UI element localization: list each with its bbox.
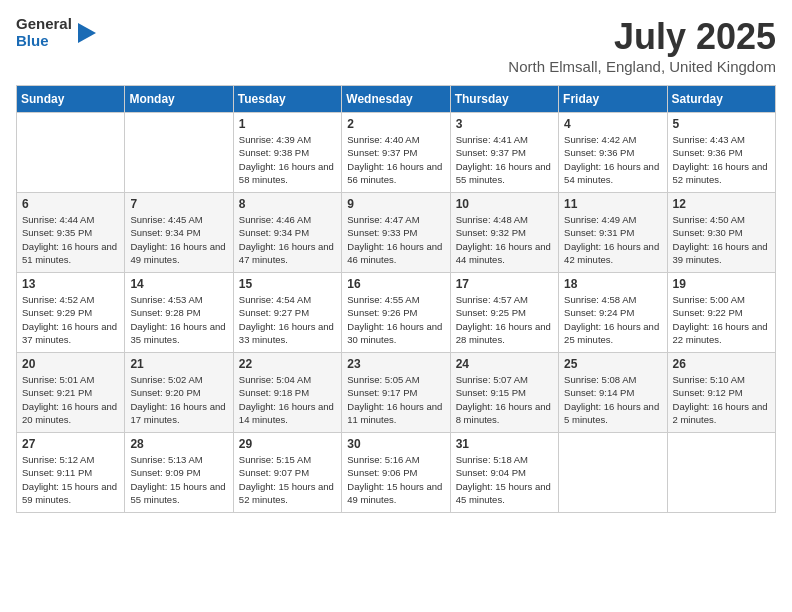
day-info: Sunrise: 5:07 AMSunset: 9:15 PMDaylight:… (456, 373, 553, 426)
calendar-cell: 27Sunrise: 5:12 AMSunset: 9:11 PMDayligh… (17, 433, 125, 513)
calendar-cell: 25Sunrise: 5:08 AMSunset: 9:14 PMDayligh… (559, 353, 667, 433)
day-number: 27 (22, 437, 119, 451)
day-info: Sunrise: 5:13 AMSunset: 9:09 PMDaylight:… (130, 453, 227, 506)
day-info: Sunrise: 4:57 AMSunset: 9:25 PMDaylight:… (456, 293, 553, 346)
day-number: 7 (130, 197, 227, 211)
day-info: Sunrise: 5:00 AMSunset: 9:22 PMDaylight:… (673, 293, 770, 346)
day-info: Sunrise: 4:41 AMSunset: 9:37 PMDaylight:… (456, 133, 553, 186)
calendar-week-row: 1Sunrise: 4:39 AMSunset: 9:38 PMDaylight… (17, 113, 776, 193)
calendar-table: SundayMondayTuesdayWednesdayThursdayFrid… (16, 85, 776, 513)
calendar-cell (125, 113, 233, 193)
calendar-header-row: SundayMondayTuesdayWednesdayThursdayFrid… (17, 86, 776, 113)
day-of-week-header: Wednesday (342, 86, 450, 113)
calendar-cell: 16Sunrise: 4:55 AMSunset: 9:26 PMDayligh… (342, 273, 450, 353)
calendar-cell (559, 433, 667, 513)
day-info: Sunrise: 4:48 AMSunset: 9:32 PMDaylight:… (456, 213, 553, 266)
day-info: Sunrise: 4:58 AMSunset: 9:24 PMDaylight:… (564, 293, 661, 346)
page-header: General Blue July 2025 North Elmsall, En… (16, 16, 776, 75)
day-number: 9 (347, 197, 444, 211)
calendar-cell: 19Sunrise: 5:00 AMSunset: 9:22 PMDayligh… (667, 273, 775, 353)
day-info: Sunrise: 5:16 AMSunset: 9:06 PMDaylight:… (347, 453, 444, 506)
calendar-cell: 2Sunrise: 4:40 AMSunset: 9:37 PMDaylight… (342, 113, 450, 193)
day-info: Sunrise: 5:12 AMSunset: 9:11 PMDaylight:… (22, 453, 119, 506)
day-number: 8 (239, 197, 336, 211)
location: North Elmsall, England, United Kingdom (508, 58, 776, 75)
day-number: 16 (347, 277, 444, 291)
calendar-week-row: 13Sunrise: 4:52 AMSunset: 9:29 PMDayligh… (17, 273, 776, 353)
day-info: Sunrise: 4:42 AMSunset: 9:36 PMDaylight:… (564, 133, 661, 186)
day-info: Sunrise: 4:44 AMSunset: 9:35 PMDaylight:… (22, 213, 119, 266)
day-info: Sunrise: 5:04 AMSunset: 9:18 PMDaylight:… (239, 373, 336, 426)
day-info: Sunrise: 4:55 AMSunset: 9:26 PMDaylight:… (347, 293, 444, 346)
day-info: Sunrise: 4:49 AMSunset: 9:31 PMDaylight:… (564, 213, 661, 266)
day-number: 10 (456, 197, 553, 211)
calendar-cell (667, 433, 775, 513)
day-number: 11 (564, 197, 661, 211)
calendar-cell: 31Sunrise: 5:18 AMSunset: 9:04 PMDayligh… (450, 433, 558, 513)
day-number: 6 (22, 197, 119, 211)
day-number: 2 (347, 117, 444, 131)
day-number: 22 (239, 357, 336, 371)
calendar-cell: 29Sunrise: 5:15 AMSunset: 9:07 PMDayligh… (233, 433, 341, 513)
day-info: Sunrise: 4:52 AMSunset: 9:29 PMDaylight:… (22, 293, 119, 346)
calendar-cell: 20Sunrise: 5:01 AMSunset: 9:21 PMDayligh… (17, 353, 125, 433)
day-number: 26 (673, 357, 770, 371)
day-number: 12 (673, 197, 770, 211)
day-of-week-header: Friday (559, 86, 667, 113)
calendar-cell: 15Sunrise: 4:54 AMSunset: 9:27 PMDayligh… (233, 273, 341, 353)
calendar-cell: 1Sunrise: 4:39 AMSunset: 9:38 PMDaylight… (233, 113, 341, 193)
day-number: 23 (347, 357, 444, 371)
day-number: 17 (456, 277, 553, 291)
logo-general: General (16, 16, 72, 33)
calendar-cell: 24Sunrise: 5:07 AMSunset: 9:15 PMDayligh… (450, 353, 558, 433)
day-info: Sunrise: 5:05 AMSunset: 9:17 PMDaylight:… (347, 373, 444, 426)
calendar-cell: 18Sunrise: 4:58 AMSunset: 9:24 PMDayligh… (559, 273, 667, 353)
calendar-body: 1Sunrise: 4:39 AMSunset: 9:38 PMDaylight… (17, 113, 776, 513)
svg-marker-0 (78, 23, 96, 43)
day-number: 28 (130, 437, 227, 451)
calendar-cell: 6Sunrise: 4:44 AMSunset: 9:35 PMDaylight… (17, 193, 125, 273)
day-number: 29 (239, 437, 336, 451)
calendar-cell: 17Sunrise: 4:57 AMSunset: 9:25 PMDayligh… (450, 273, 558, 353)
day-info: Sunrise: 4:53 AMSunset: 9:28 PMDaylight:… (130, 293, 227, 346)
day-of-week-header: Sunday (17, 86, 125, 113)
calendar-cell: 22Sunrise: 5:04 AMSunset: 9:18 PMDayligh… (233, 353, 341, 433)
calendar-week-row: 20Sunrise: 5:01 AMSunset: 9:21 PMDayligh… (17, 353, 776, 433)
day-number: 21 (130, 357, 227, 371)
calendar-cell: 9Sunrise: 4:47 AMSunset: 9:33 PMDaylight… (342, 193, 450, 273)
day-number: 24 (456, 357, 553, 371)
calendar-cell: 13Sunrise: 4:52 AMSunset: 9:29 PMDayligh… (17, 273, 125, 353)
calendar-cell: 23Sunrise: 5:05 AMSunset: 9:17 PMDayligh… (342, 353, 450, 433)
day-info: Sunrise: 5:08 AMSunset: 9:14 PMDaylight:… (564, 373, 661, 426)
logo-blue: Blue (16, 33, 72, 50)
day-of-week-header: Thursday (450, 86, 558, 113)
day-number: 4 (564, 117, 661, 131)
calendar-cell: 30Sunrise: 5:16 AMSunset: 9:06 PMDayligh… (342, 433, 450, 513)
month-title: July 2025 (508, 16, 776, 58)
day-number: 31 (456, 437, 553, 451)
day-info: Sunrise: 5:02 AMSunset: 9:20 PMDaylight:… (130, 373, 227, 426)
calendar-cell: 8Sunrise: 4:46 AMSunset: 9:34 PMDaylight… (233, 193, 341, 273)
day-number: 15 (239, 277, 336, 291)
day-number: 13 (22, 277, 119, 291)
day-info: Sunrise: 4:47 AMSunset: 9:33 PMDaylight:… (347, 213, 444, 266)
day-of-week-header: Saturday (667, 86, 775, 113)
day-info: Sunrise: 5:01 AMSunset: 9:21 PMDaylight:… (22, 373, 119, 426)
day-info: Sunrise: 4:50 AMSunset: 9:30 PMDaylight:… (673, 213, 770, 266)
day-number: 19 (673, 277, 770, 291)
day-number: 25 (564, 357, 661, 371)
calendar-cell: 21Sunrise: 5:02 AMSunset: 9:20 PMDayligh… (125, 353, 233, 433)
calendar-cell: 26Sunrise: 5:10 AMSunset: 9:12 PMDayligh… (667, 353, 775, 433)
day-number: 14 (130, 277, 227, 291)
day-info: Sunrise: 4:39 AMSunset: 9:38 PMDaylight:… (239, 133, 336, 186)
calendar-cell: 10Sunrise: 4:48 AMSunset: 9:32 PMDayligh… (450, 193, 558, 273)
calendar-cell: 3Sunrise: 4:41 AMSunset: 9:37 PMDaylight… (450, 113, 558, 193)
calendar-cell: 5Sunrise: 4:43 AMSunset: 9:36 PMDaylight… (667, 113, 775, 193)
day-info: Sunrise: 4:43 AMSunset: 9:36 PMDaylight:… (673, 133, 770, 186)
day-of-week-header: Monday (125, 86, 233, 113)
day-info: Sunrise: 4:54 AMSunset: 9:27 PMDaylight:… (239, 293, 336, 346)
day-info: Sunrise: 5:18 AMSunset: 9:04 PMDaylight:… (456, 453, 553, 506)
calendar-cell: 28Sunrise: 5:13 AMSunset: 9:09 PMDayligh… (125, 433, 233, 513)
title-block: July 2025 North Elmsall, England, United… (508, 16, 776, 75)
day-number: 3 (456, 117, 553, 131)
